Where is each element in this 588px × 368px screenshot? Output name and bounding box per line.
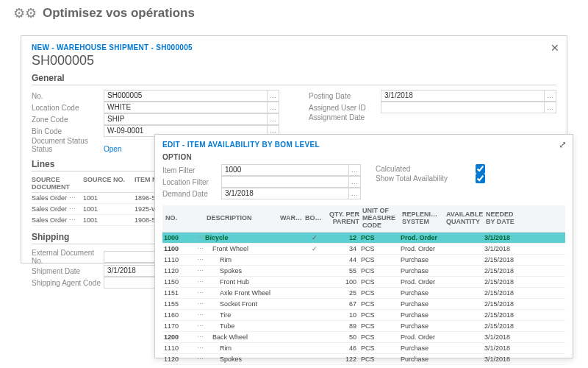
row-actions-icon[interactable]: ⋯ (195, 278, 205, 286)
showtotal-checkbox[interactable] (476, 174, 485, 183)
user-field[interactable] (381, 102, 545, 113)
docstatus-label: Document Status (32, 137, 104, 145)
col-repl: REPLENI… SYSTEM (401, 211, 445, 226)
extdoc-label: External Document No. (32, 249, 104, 265)
bom-row[interactable]: 1200⋯Back Wheel50PCSProd. Order3/1/2018 (162, 332, 565, 343)
row-actions-icon[interactable]: ⋯ (195, 289, 205, 297)
col-source-doc: SOURCE DOCUMENT (32, 176, 83, 191)
row-actions-icon[interactable]: ⋯ (195, 234, 205, 241)
bom-header: NO. DESCRIPTION WAR… BO… QTY. PER PARENT… (162, 205, 565, 233)
col-desc: DESCRIPTION (205, 215, 279, 222)
user-lookup-icon[interactable]: … (545, 102, 556, 113)
page-header: ⚙⚙ Optimisez vos opérations (0, 0, 588, 24)
row-actions-icon[interactable]: ⋯ (195, 311, 205, 319)
loc-filter-field[interactable] (221, 176, 349, 188)
loc-filter-lookup-icon[interactable]: … (349, 176, 361, 188)
col-no: NO. (164, 215, 195, 222)
close-icon[interactable]: ✕ (551, 42, 559, 54)
col-avail: AVAILABLE QUANTITY (445, 211, 484, 226)
col-uom: UNIT OF MEASURE CODE (361, 208, 401, 230)
row-actions-icon[interactable]: ⋯ (195, 322, 205, 330)
item-filter-label: Item Filter (162, 166, 221, 174)
no-lookup-icon[interactable]: … (268, 90, 279, 102)
posting-label: Posting Date (309, 92, 381, 100)
shipdate-label: Shipment Date (32, 267, 104, 275)
item-filter-lookup-icon[interactable]: … (349, 164, 361, 176)
loc-filter-label: Location Filter (162, 178, 221, 186)
row-actions-icon[interactable]: ⋯ (195, 300, 205, 308)
calculated-label: Calculated (376, 165, 471, 173)
bom-row[interactable]: 1160⋯Tire10PCSPurchase2/15/2018 (162, 310, 565, 321)
bom-row[interactable]: 1110⋯Rim46PCSPurchase3/1/2018 (162, 343, 565, 354)
bom-title: EDIT - ITEM AVAILABILITY BY BOM LEVEL (162, 141, 565, 149)
page-title: Optimisez vos opérations (43, 6, 195, 21)
no-label: No. (32, 92, 104, 100)
no-field[interactable]: SH000005 (104, 90, 268, 102)
row-actions-icon[interactable]: ⋯ (195, 245, 205, 252)
item-filter-field[interactable]: 1000 (221, 164, 349, 176)
gears-icon: ⚙⚙ (13, 7, 37, 20)
location-lookup-icon[interactable]: … (268, 102, 279, 113)
bin-label: Bin Code (32, 127, 104, 135)
location-field[interactable]: WHITE (104, 102, 268, 113)
zone-lookup-icon[interactable]: … (268, 113, 279, 125)
demand-lookup-icon[interactable]: … (349, 188, 361, 199)
zone-label: Zone Code (32, 116, 104, 124)
expand-icon[interactable]: ⤢ (559, 139, 567, 150)
row-actions-icon[interactable]: ⋯ (195, 344, 205, 352)
bom-row[interactable]: 1170⋯Tube89PCSPurchase2/15/2018 (162, 321, 565, 332)
option-title: OPTION (162, 153, 565, 161)
posting-field[interactable]: 3/1/2018 (381, 90, 545, 102)
calculated-checkbox[interactable] (476, 164, 485, 174)
bom-row[interactable]: 1151⋯Axle Front Wheel25PCSPurchase2/15/2… (162, 288, 565, 299)
posting-lookup-icon[interactable]: … (545, 90, 556, 102)
row-actions-icon[interactable]: ⋯ (195, 355, 205, 363)
bom-row[interactable]: 1100⋯Front Wheel✓34PCSProd. Order3/1/201… (162, 244, 565, 255)
col-bo: BO… (304, 215, 326, 222)
col-need: NEEDED BY DATE (484, 211, 520, 226)
section-general: General (32, 73, 556, 85)
row-actions-icon[interactable]: ⋯ (195, 333, 205, 341)
demand-label: Demand Date (162, 190, 221, 198)
col-war: WAR… (279, 215, 304, 222)
zone-field[interactable]: SHIP (104, 113, 268, 125)
col-source-no: SOURCE NO. (83, 176, 135, 191)
breadcrumb: NEW - WAREHOUSE SHIPMENT - SH000005 (32, 43, 556, 52)
assign-label: Assignment Date (309, 113, 381, 121)
status-label: Status (32, 145, 104, 153)
row-actions-icon[interactable]: ⋯ (195, 267, 205, 275)
user-label: Assigned User ID (309, 104, 381, 112)
agent-label: Shipping Agent Code (32, 279, 104, 287)
bom-row[interactable]: 1120⋯Spokes122PCSPurchase3/1/2018 (162, 354, 565, 365)
bom-row[interactable]: 1000⋯Bicycle✓12PCSProd. Order3/1/2018 (162, 233, 565, 244)
bom-row[interactable]: 1150⋯Front Hub100PCSProd. Order2/15/2018 (162, 277, 565, 288)
shipment-heading: SH000005 (32, 53, 556, 68)
col-qty: QTY. PER PARENT (326, 211, 361, 226)
status-value: Open (104, 145, 121, 153)
bom-availability-modal: ⤢ EDIT - ITEM AVAILABILITY BY BOM LEVEL … (154, 134, 573, 358)
bom-row[interactable]: 1110⋯Rim44PCSPurchase2/15/2018 (162, 255, 565, 266)
bom-row[interactable]: 1155⋯Socket Front67PCSPurchase2/15/2018 (162, 299, 565, 310)
bom-row[interactable]: 1120⋯Spokes55PCSPurchase2/15/2018 (162, 266, 565, 277)
demand-field[interactable]: 3/1/2018 (221, 188, 349, 199)
row-actions-icon[interactable]: ⋯ (195, 256, 205, 263)
showtotal-label: Show Total Availability (376, 174, 471, 183)
location-label: Location Code (32, 104, 104, 112)
